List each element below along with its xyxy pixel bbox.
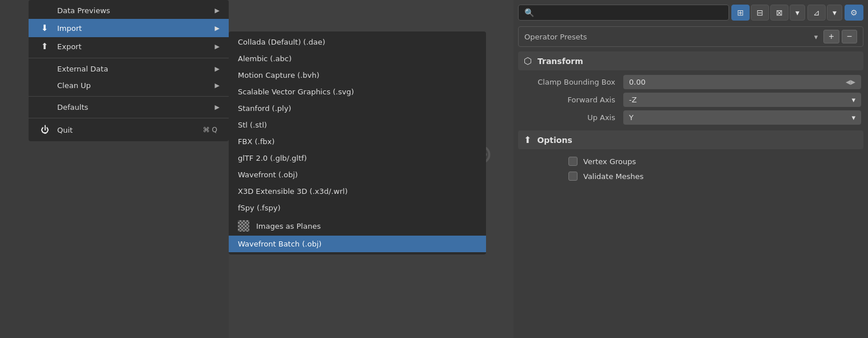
gltf-label: glTF 2.0 (.glb/.gltf) [238, 154, 307, 162]
search-box[interactable]: 🔍 [518, 5, 729, 21]
submenu-arrow: ▶ [215, 43, 220, 50]
up-axis-row: Up Axis Y ▾ [518, 110, 863, 125]
wavefront-batch-label: Wavefront Batch (.obj) [238, 240, 321, 248]
import-submenu: Collada (Default) (.dae) Alembic (.abc) … [229, 31, 486, 255]
submenu-arrow: ▶ [215, 104, 220, 111]
menu-item-label: Data Previews [57, 6, 215, 15]
transform-section-title: Transform [537, 57, 583, 66]
collada-label: Collada (Default) (.dae) [238, 38, 325, 46]
filter-btn[interactable]: ⊿ [807, 5, 826, 21]
right-panel: 🔍 ⊞ ⊟ ⊠ ▾ ⊿ ▾ ⚙ Operator Presets ▾ + − ⬡… [513, 0, 868, 338]
transform-section-header[interactable]: ⬡ Transform [518, 51, 863, 70]
x3d-label: X3D Extensible 3D (.x3d/.wrl) [238, 187, 348, 196]
forward-axis-arrow: ▾ [851, 96, 855, 104]
quit-icon: ⏻ [38, 125, 51, 135]
submenu-item-stanford[interactable]: Stanford (.ply) [229, 100, 486, 117]
menu-item-label: Quit [57, 126, 203, 134]
submenu-item-stl[interactable]: Stl (.stl) [229, 117, 486, 133]
alembic-label: Alembic (.abc) [238, 54, 292, 63]
submenu-item-wavefront[interactable]: Wavefront (.obj) [229, 166, 486, 183]
export-icon: ⬆ [38, 41, 51, 51]
submenu-arrow: ▶ [215, 82, 220, 89]
menu-item-data-previews[interactable]: Data Previews ▶ [29, 2, 229, 19]
submenu-item-fspy[interactable]: fSpy (.fspy) [229, 200, 486, 216]
up-axis-select[interactable]: Y ▾ [623, 110, 861, 125]
view-mode-btn-1[interactable]: ⊞ [731, 5, 750, 21]
motion-capture-label: Motion Capture (.bvh) [238, 71, 320, 79]
menu-item-import[interactable]: ⬇ Import ▶ [29, 19, 229, 37]
submenu-item-wavefront-batch[interactable]: Wavefront Batch (.obj) [229, 236, 486, 252]
vertex-groups-label: Vertex Groups [583, 157, 636, 166]
view-mode-btn-2[interactable]: ⊟ [751, 5, 769, 21]
menu-item-external-data[interactable]: External Data ▶ [29, 61, 229, 77]
options-section-header[interactable]: ⬆ Options [518, 130, 863, 149]
up-axis-label: Up Axis [520, 113, 623, 122]
up-axis-arrow: ▾ [851, 113, 855, 122]
menu-shortcut: ⌘ Q [203, 126, 217, 134]
submenu-arrow: ▶ [215, 65, 220, 73]
checker-icon [238, 220, 249, 232]
wavefront-label: Wavefront (.obj) [238, 170, 298, 179]
submenu-item-gltf[interactable]: glTF 2.0 (.glb/.gltf) [229, 150, 486, 166]
operator-presets-remove[interactable]: − [842, 30, 857, 43]
submenu-item-svg[interactable]: Scalable Vector Graphics (.svg) [229, 83, 486, 100]
submenu-item-fbx[interactable]: FBX (.fbx) [229, 133, 486, 150]
separator [29, 118, 229, 118]
menu-item-label: Export [57, 42, 215, 51]
stanford-label: Stanford (.ply) [238, 104, 291, 113]
menu-item-label: Defaults [57, 103, 215, 112]
svg-label: Scalable Vector Graphics (.svg) [238, 88, 354, 96]
options-section-icon: ⬆ [524, 134, 531, 145]
submenu-arrow: ▶ [215, 25, 220, 32]
operator-presets-label: Operator Presets [524, 33, 811, 41]
view-mode-dropdown[interactable]: ▾ [790, 5, 805, 21]
clamp-bounding-box-label: Clamp Bounding Box [520, 78, 623, 86]
separator [29, 58, 229, 58]
forward-axis-select[interactable]: -Z ▾ [623, 93, 861, 107]
view-mode-group: ⊞ ⊟ ⊠ ▾ [731, 5, 805, 21]
settings-btn[interactable]: ⚙ [845, 5, 863, 21]
main-menu: Data Previews ▶ ⬇ Import ▶ ⬆ Export ▶ Ex… [29, 0, 229, 141]
forward-axis-value: -Z [629, 96, 637, 104]
forward-axis-label: Forward Axis [520, 96, 623, 104]
validate-meshes-label: Validate Meshes [583, 172, 644, 181]
menu-item-clean-up[interactable]: Clean Up ▶ [29, 77, 229, 94]
options-section-title: Options [537, 136, 572, 145]
operator-presets-row[interactable]: Operator Presets ▾ + − [518, 26, 863, 47]
submenu-item-motion-capture[interactable]: Motion Capture (.bvh) [229, 67, 486, 83]
view-mode-btn-3[interactable]: ⊠ [770, 5, 789, 21]
validate-meshes-row: Validate Meshes [564, 169, 863, 184]
clamp-bounding-box-value[interactable]: 0.00 ◀▶ [623, 75, 861, 89]
menu-item-label: Clean Up [57, 81, 215, 90]
clamp-bounding-box-row: Clamp Bounding Box 0.00 ◀▶ [518, 75, 863, 89]
images-as-planes-label: Images as Planes [256, 222, 321, 230]
menu-item-label: External Data [57, 65, 215, 73]
menu-item-quit[interactable]: ⏻ Quit ⌘ Q [29, 121, 229, 139]
clamp-bounding-box-arrows: ◀▶ [846, 78, 855, 86]
operator-presets-add[interactable]: + [823, 30, 839, 43]
search-icon: 🔍 [524, 8, 534, 17]
forward-axis-row: Forward Axis -Z ▾ [518, 93, 863, 107]
import-icon: ⬇ [38, 23, 51, 33]
submenu-item-alembic[interactable]: Alembic (.abc) [229, 50, 486, 67]
vertex-groups-checkbox[interactable] [568, 157, 578, 166]
stl-label: Stl (.stl) [238, 121, 267, 129]
submenu-item-images-as-planes[interactable]: Images as Planes [229, 216, 486, 236]
filter-dropdown[interactable]: ▾ [827, 5, 842, 21]
menu-item-defaults[interactable]: Defaults ▶ [29, 99, 229, 116]
search-input[interactable] [537, 9, 723, 17]
submenu-arrow: ▶ [215, 7, 220, 14]
submenu-item-collada[interactable]: Collada (Default) (.dae) [229, 34, 486, 50]
filter-group: ⊿ ▾ [807, 5, 842, 21]
fspy-label: fSpy (.fspy) [238, 204, 280, 212]
menu-item-export[interactable]: ⬆ Export ▶ [29, 37, 229, 55]
submenu-item-x3d[interactable]: X3D Extensible 3D (.x3d/.wrl) [229, 183, 486, 200]
up-axis-value: Y [629, 113, 634, 122]
menu-item-label: Import [57, 24, 215, 33]
operator-presets-arrow: ▾ [814, 33, 818, 41]
clamp-bounding-box-number: 0.00 [629, 78, 646, 86]
toolbar: 🔍 ⊞ ⊟ ⊠ ▾ ⊿ ▾ ⚙ [518, 5, 863, 21]
fbx-label: FBX (.fbx) [238, 137, 274, 146]
validate-meshes-checkbox[interactable] [568, 172, 578, 181]
separator [29, 96, 229, 97]
